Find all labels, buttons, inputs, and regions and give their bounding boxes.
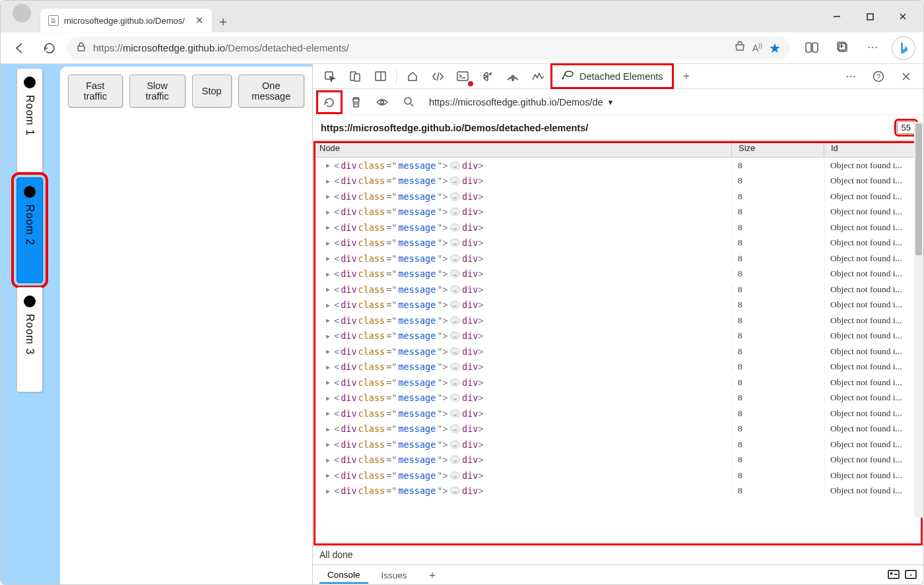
- collect-garbage-icon[interactable]: [345, 92, 367, 112]
- expand-triangle-icon[interactable]: ▶: [326, 348, 330, 355]
- back-button[interactable]: [9, 37, 31, 59]
- one-message-button[interactable]: One message: [238, 75, 304, 108]
- table-row[interactable]: ▶<div class="message">…div>8Object not f…: [313, 452, 923, 468]
- new-tab-button[interactable]: ＋: [212, 10, 234, 32]
- expand-triangle-icon[interactable]: ▶: [326, 425, 330, 433]
- welcome-icon[interactable]: [401, 67, 424, 86]
- performance-icon[interactable]: [526, 67, 550, 86]
- more-tabs-icon[interactable]: ＋: [675, 67, 698, 86]
- room-2-button[interactable]: Room 2: [16, 177, 43, 283]
- col-id[interactable]: Id: [824, 140, 923, 157]
- expand-triangle-icon[interactable]: ▶: [326, 177, 330, 185]
- fast-traffic-button[interactable]: Fast traffic: [68, 75, 123, 108]
- expand-triangle-icon[interactable]: ▶: [326, 487, 330, 495]
- device-icon[interactable]: [343, 67, 367, 86]
- table-row[interactable]: ▶<div class="message">…div>8Object not f…: [313, 390, 923, 406]
- expand-triangle-icon[interactable]: ▶: [326, 394, 330, 402]
- elements-icon[interactable]: [426, 67, 449, 86]
- table-row[interactable]: ▶<div class="message">…div>8Object not f…: [313, 189, 923, 204]
- dock-icon[interactable]: [368, 67, 392, 86]
- help-icon[interactable]: ?: [867, 67, 890, 86]
- profile-icon[interactable]: [13, 4, 31, 22]
- target-url[interactable]: https://microsoftedge.github.io/Demos/de: [429, 97, 603, 108]
- expand-triangle-icon[interactable]: ▶: [326, 208, 330, 216]
- col-node[interactable]: Node: [313, 140, 732, 157]
- scrollbar[interactable]: [914, 122, 923, 518]
- collections-icon[interactable]: [831, 36, 853, 59]
- close-window-button[interactable]: [888, 6, 918, 27]
- expand-triangle-icon[interactable]: ▶: [326, 441, 330, 448]
- table-row[interactable]: ▶<div class="message">…div>8Object not f…: [313, 282, 923, 297]
- table-row[interactable]: ▶<div class="message">…div>8Object not f…: [313, 266, 923, 282]
- table-row[interactable]: ▶<div class="message">…div>8Object not f…: [313, 158, 923, 173]
- shopping-icon[interactable]: [734, 41, 746, 55]
- read-aloud-icon[interactable]: A)): [752, 42, 762, 53]
- expand-triangle-icon[interactable]: ▶: [326, 332, 330, 340]
- expand-triangle-icon[interactable]: ▶: [326, 363, 330, 371]
- expand-triangle-icon[interactable]: ▶: [326, 410, 330, 417]
- table-row[interactable]: ▶<div class="message">…div>8Object not f…: [313, 220, 923, 235]
- table-row[interactable]: ▶<div class="message">…div>8Object not f…: [313, 375, 923, 390]
- expand-triangle-icon[interactable]: ▶: [326, 472, 330, 479]
- table-row[interactable]: ▶<div class="message">…div>8Object not f…: [313, 344, 923, 359]
- sources-icon[interactable]: [476, 67, 500, 86]
- room-1-button[interactable]: Room 1: [16, 68, 43, 173]
- table-row[interactable]: ▶<div class="message">…div>8Object not f…: [313, 235, 923, 251]
- url-text: https://microsoftedge.github.io/Demos/de…: [93, 42, 727, 53]
- close-devtools-icon[interactable]: [894, 67, 918, 86]
- scroll-thumb[interactable]: [915, 123, 922, 255]
- expand-triangle-icon[interactable]: ▶: [326, 286, 330, 293]
- stop-button[interactable]: Stop: [192, 75, 232, 108]
- more-menu-icon[interactable]: ⋯: [861, 36, 884, 59]
- table-row[interactable]: ▶<div class="message">…div>8Object not f…: [313, 468, 923, 483]
- col-size[interactable]: Size: [732, 140, 824, 157]
- expand-triangle-icon[interactable]: ▶: [326, 270, 330, 278]
- table-row[interactable]: ▶<div class="message">…div>8Object not f…: [313, 359, 923, 375]
- slow-traffic-button[interactable]: Slow traffic: [129, 75, 185, 108]
- console-icon[interactable]: [451, 67, 475, 86]
- url-bar[interactable]: https://microsoftedge.github.io/Demos/de…: [67, 37, 790, 59]
- table-row[interactable]: ▶<div class="message">…div>8Object not f…: [313, 437, 923, 452]
- issues-drawer-tab[interactable]: Issues: [374, 568, 415, 583]
- split-screen-icon[interactable]: [801, 36, 823, 59]
- minimize-button[interactable]: [822, 6, 852, 27]
- devtools-more-icon[interactable]: ⋯: [839, 67, 863, 86]
- refresh-detached-button[interactable]: [318, 92, 341, 112]
- table-row[interactable]: ▶<div class="message">…div>8Object not f…: [313, 328, 923, 344]
- expand-triangle-icon[interactable]: ▶: [326, 379, 330, 386]
- refresh-button[interactable]: [38, 37, 60, 59]
- table-row[interactable]: ▶<div class="message">…div>8Object not f…: [313, 297, 923, 313]
- maximize-button[interactable]: [855, 6, 885, 27]
- expand-triangle-icon[interactable]: ▶: [326, 162, 330, 169]
- svg-point-19: [565, 71, 573, 77]
- table-row[interactable]: ▶<div class="message">…div>8Object not f…: [313, 483, 923, 499]
- add-drawer-tab-icon[interactable]: ＋: [420, 566, 444, 586]
- search-icon[interactable]: [397, 92, 420, 112]
- inspect-icon[interactable]: [318, 67, 342, 86]
- network-icon[interactable]: [501, 67, 525, 86]
- console-drawer-tab[interactable]: Console: [319, 567, 368, 584]
- table-row[interactable]: ▶<div class="message">…div>8Object not f…: [313, 406, 923, 421]
- room-3-button[interactable]: Room 3: [16, 287, 43, 392]
- table-row[interactable]: ▶<div class="message">…div>8Object not f…: [313, 173, 923, 189]
- table-row[interactable]: ▶<div class="message">…div>8Object not f…: [313, 204, 923, 220]
- close-tab-icon[interactable]: ✕: [195, 15, 204, 26]
- dropdown-caret-icon[interactable]: ▼: [607, 98, 614, 106]
- detached-elements-tab[interactable]: Detached Elements: [551, 64, 673, 88]
- expand-triangle-icon[interactable]: ▶: [326, 193, 330, 200]
- browser-tab[interactable]: 🗎 microsoftedge.github.io/Demos/ ✕: [40, 9, 212, 32]
- expand-triangle-icon[interactable]: ▶: [326, 224, 330, 231]
- table-row[interactable]: ▶<div class="message">…div>8Object not f…: [313, 313, 923, 328]
- eye-icon[interactable]: [371, 92, 393, 112]
- table-row[interactable]: ▶<div class="message">…div>8Object not f…: [313, 421, 923, 437]
- expand-triangle-icon[interactable]: ▶: [326, 239, 330, 247]
- bing-chat-icon[interactable]: [892, 36, 915, 60]
- drawer-expand-icon[interactable]: [905, 570, 917, 581]
- expand-triangle-icon[interactable]: ▶: [326, 317, 330, 324]
- expand-triangle-icon[interactable]: ▶: [326, 301, 330, 309]
- table-row[interactable]: ▶<div class="message">…div>8Object not f…: [313, 251, 923, 266]
- drawer-errors-icon[interactable]: [888, 570, 900, 581]
- expand-triangle-icon[interactable]: ▶: [326, 456, 330, 464]
- expand-triangle-icon[interactable]: ▶: [326, 255, 330, 262]
- favorite-star-icon[interactable]: ★: [769, 40, 781, 56]
